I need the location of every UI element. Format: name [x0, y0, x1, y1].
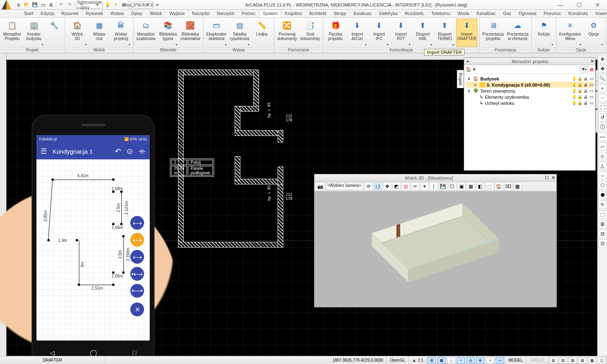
grid-icon[interactable]: ▦ — [590, 67, 594, 72]
tree-node[interactable]: ↳Uchwyt widoku💡🔒🖨▭ — [466, 100, 594, 106]
node-vis-icon[interactable]: 🖨 — [583, 95, 588, 99]
ribbon-btn-wstaw-przekrój[interactable]: 🏛Wstaw przekrój▾ — [110, 19, 132, 47]
node-vis-icon[interactable]: ▭ — [589, 101, 594, 106]
t3-icon[interactable]: ◇ — [599, 152, 607, 160]
ribbon-btn-biblioteka-materiałów[interactable]: 🧱Biblioteka materiałów — [179, 19, 201, 47]
ribbon-btn-import-arcon[interactable]: ⬇Import ArCon▾ — [347, 19, 368, 47]
tab-ewakuac[interactable]: Ewakuac — [350, 10, 376, 17]
node-vis-icon[interactable]: 🔒 — [577, 89, 582, 93]
node-vis-icon[interactable]: 💡 — [572, 76, 577, 81]
tab-kanalizac[interactable]: Kanalizac — [473, 10, 499, 17]
pm-tree[interactable]: ∨🏠Budynek💡🔒🖨▭>🟨0. Kondygnacja 0 (±0.00=0… — [464, 74, 595, 108]
expand-icon[interactable]: ∨ — [467, 76, 471, 81]
ribbon-btn-wstaw-rzut[interactable]: ▦Wstaw rzut — [89, 19, 110, 47]
ribbon-btn-paczka-projektu[interactable]: 🎁Paczka projektu — [325, 19, 346, 47]
tab-rozdzielc[interactable]: Rozdzielc — [401, 10, 428, 17]
zoom-prev-icon[interactable]: ↺ — [599, 113, 607, 121]
tab-narzędzi[interactable]: Narzędzi — [213, 10, 238, 17]
filter-icon[interactable]: ⧩▾ — [580, 66, 588, 72]
v3-fly-icon[interactable]: ✈ — [420, 182, 429, 190]
toggle-osnap[interactable]: ◎ — [467, 357, 475, 364]
v3-max-icon[interactable]: ☐ — [543, 175, 550, 180]
tree-node[interactable]: ∨🌳Teren zewnętrzny💡🔒🖨▭ — [466, 88, 594, 94]
node-vis-icon[interactable]: 🔒 — [577, 95, 582, 99]
redo-icon[interactable]: ↷ — [66, 2, 72, 8]
tab-opisy[interactable]: Opisy — [127, 10, 146, 17]
tab-widok[interactable]: Widok — [146, 10, 166, 17]
node-vis-icon[interactable]: ▭ — [589, 76, 594, 81]
v3-b2-icon[interactable]: ▦ — [467, 182, 475, 190]
expand-icon[interactable]: ∨ — [467, 88, 471, 93]
pm-tab-projekt[interactable]: Projekt — [457, 70, 464, 88]
zoom-out-icon[interactable]: － — [599, 94, 607, 102]
ribbon-btn-konfigurator-menu[interactable]: ≡Konfigurator Menu▾ — [558, 19, 582, 47]
zoom-in-icon[interactable]: ＋ — [599, 84, 607, 92]
ribbon-btn-scal-dokumenty[interactable]: 📑Scal dokumenty — [299, 19, 321, 47]
workspace-combo[interactable]: ✎ Szkicowanie i opisy ▾ — [76, 1, 103, 8]
tab-telekomu[interactable]: Telekomu — [428, 10, 454, 17]
pm-close-icon[interactable]: ✕ — [589, 59, 595, 64]
v3-b4-icon[interactable]: ⬚ — [486, 182, 494, 190]
tab-piorunoc[interactable]: Piorunoc — [540, 10, 565, 17]
ribbon-btn-eksplorator-obiektów[interactable]: 🗃Eksplorator obiektów▾ — [205, 19, 228, 47]
tab-inwentar[interactable]: Inwentar — [592, 10, 607, 17]
pin-icon[interactable]: ⟛ — [464, 59, 471, 64]
tab-stropy[interactable]: Stropy — [330, 10, 350, 17]
v3-b7-icon[interactable]: ▩ — [514, 182, 522, 190]
ribbon-btn-widok-3d[interactable]: 🏠Widok 3D▾ — [67, 19, 88, 47]
v3-header[interactable]: Widok 3D - [Nieaktywny] ☐ ✕ — [314, 174, 556, 182]
v3-copy-icon[interactable]: ⿻ — [448, 182, 456, 190]
tab-rysunek[interactable]: Rysunek — [82, 10, 107, 17]
save-icon[interactable]: 💾 — [32, 2, 38, 8]
ribbon-btn-tabelka-rysunkowa[interactable]: ▤Tabelka rysunkowa▾ — [229, 19, 250, 47]
node-vis-icon[interactable]: 🔒 — [577, 83, 582, 87]
tab-rysunek[interactable]: Rysunek — [57, 10, 82, 17]
status-model[interactable]: MODEL — [505, 356, 526, 364]
node-vis-icon[interactable]: 🖨 — [583, 83, 588, 87]
toggle-grid[interactable]: ▦ — [437, 357, 446, 364]
toggle-e[interactable]: ▩ — [588, 357, 596, 364]
v3-save-icon[interactable]: 💾 — [439, 182, 447, 190]
toggle-c[interactable]: ▧ — [569, 357, 577, 364]
ribbon-btn-linijka[interactable]: 📏Linijka — [251, 19, 272, 47]
toggle-lwt[interactable]: ≡ — [486, 357, 494, 364]
t6-icon[interactable]: ⬡ — [599, 181, 607, 189]
ribbon-btn-opcje[interactable]: ⚙Opcje▾ — [583, 19, 604, 47]
undo-icon[interactable]: ↶ — [58, 2, 64, 8]
new-icon[interactable]: 🗎 — [15, 2, 22, 8]
t8-icon[interactable]: ✎ — [599, 201, 607, 209]
node-vis-icon[interactable]: 🔒 — [577, 101, 582, 106]
v3-section-icon[interactable]: ✂ — [411, 182, 419, 190]
node-vis-icon[interactable]: ▭ — [589, 95, 594, 99]
v3-persp-icon[interactable]: ◩ — [393, 182, 401, 190]
ribbon-btn-eksport-xml[interactable]: ⬆Eksport XML▾ — [412, 19, 433, 47]
node-vis-icon[interactable]: 🖨 — [583, 76, 588, 81]
toggle-b[interactable]: ▤ — [559, 357, 567, 364]
tab-gaz[interactable]: Gaz — [499, 10, 515, 17]
tab-elektryka[interactable]: Elektryka — [376, 10, 401, 17]
v3-b5-icon[interactable]: 🏠 — [495, 182, 503, 190]
t4-icon[interactable]: △ — [599, 162, 607, 170]
tab-wstaw[interactable]: Wstaw — [107, 10, 127, 17]
bulb-icon[interactable]: 💡 — [104, 2, 111, 8]
node-vis-icon[interactable]: ▭ — [589, 83, 594, 87]
ribbon-btn-menadżer-szablonów[interactable]: 🗂Menadżer szablonów — [135, 19, 157, 47]
pm-header[interactable]: ⟛ Menadżer projektu ✕ — [464, 58, 595, 65]
toggle-snap[interactable]: ⊞ — [428, 357, 436, 364]
ribbon-btn-x[interactable]: 🔧 — [45, 19, 63, 47]
zoom-extents-icon[interactable]: ⊕ — [599, 55, 607, 63]
v3-refresh-icon[interactable]: ⟳ — [365, 182, 373, 190]
camera-combo[interactable]: <Wybierz kamerę> — [325, 183, 363, 190]
toggle-ortho[interactable]: ⊥ — [447, 357, 455, 364]
tree-node[interactable]: ∨🏠Budynek💡🔒🖨▭ — [466, 76, 594, 82]
t12-icon[interactable]: ⊡ — [599, 239, 607, 248]
close-button[interactable]: ✕ — [588, 0, 607, 10]
tab-pomoc[interactable]: Pomoc — [238, 10, 259, 17]
ribbon-btn-kreator-budynku[interactable]: 🏢Kreator budynku▾ — [23, 19, 45, 47]
tab-wyjście[interactable]: Wyjście — [166, 10, 189, 17]
toggle-otrack[interactable]: ⊕ — [476, 357, 484, 364]
t9-icon[interactable]: ⬚ — [599, 210, 607, 218]
saveall-icon[interactable]: 🗃 — [40, 2, 46, 8]
toggle-dyn[interactable]: ▭ — [496, 357, 504, 364]
toggle-f[interactable]: ◫ — [598, 357, 606, 364]
